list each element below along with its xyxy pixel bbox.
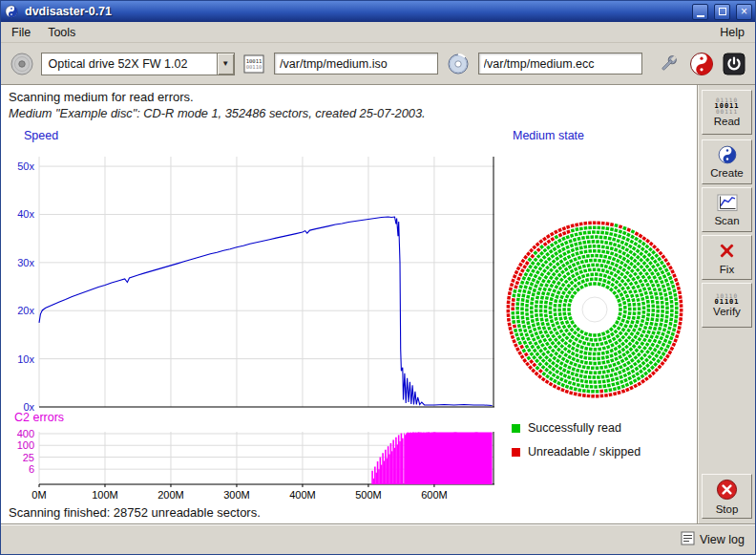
svg-text:10011: 10011: [246, 57, 262, 63]
scan-result-text: Scanning finished: 28752 unreadable sect…: [9, 505, 261, 520]
svg-text:40x: 40x: [17, 208, 34, 220]
svg-text:30x: 30x: [17, 257, 34, 268]
verify-button[interactable]: 10110 01101 Verify: [702, 283, 752, 328]
svg-text:600M: 600M: [421, 489, 448, 501]
binary-verify-icon: 10110 01101: [714, 293, 739, 305]
svg-text:20x: 20x: [17, 305, 34, 316]
quit-power-icon[interactable]: [722, 51, 747, 77]
dvdisaster-logo-icon[interactable]: [688, 51, 714, 77]
svg-text:400M: 400M: [289, 489, 316, 501]
fix-tools-icon: [717, 241, 737, 263]
view-log-button[interactable]: View log: [680, 530, 746, 549]
scan-label: Scan: [714, 215, 739, 226]
app-window: dvdisaster-0.71 × File Tools Help Optica…: [0, 0, 756, 555]
read-button[interactable]: 01110 10011 00111 Read: [702, 90, 752, 135]
menubar: File Tools Help: [1, 22, 755, 43]
stop-button[interactable]: Stop: [702, 474, 752, 519]
maximize-icon: [719, 8, 726, 15]
iso-path-input[interactable]: [274, 53, 438, 75]
menu-file[interactable]: File: [3, 24, 39, 41]
menu-help[interactable]: Help: [711, 24, 753, 41]
error-color-swatch: [512, 448, 520, 457]
yin-yang-icon: [718, 145, 737, 166]
ecc-file-icon: [445, 51, 471, 77]
drive-select[interactable]: Optical drive 52X FW 1.02 ▼: [41, 53, 234, 75]
fix-label: Fix: [720, 264, 734, 275]
svg-text:200M: 200M: [158, 489, 184, 501]
titlebar[interactable]: dvdisaster-0.71 ×: [1, 1, 755, 22]
svg-text:50x: 50x: [17, 160, 34, 172]
bottombar: View log: [1, 524, 755, 554]
svg-text:400: 400: [17, 428, 34, 439]
main-panel: Scanning medium for read errors. Medium …: [1, 85, 697, 524]
scan-button[interactable]: Scan: [702, 187, 752, 232]
chevron-down-icon[interactable]: ▼: [217, 53, 234, 75]
create-label: Create: [710, 167, 744, 179]
svg-text:10x: 10x: [17, 353, 34, 365]
read-color-swatch: [512, 424, 520, 433]
read-label: Read: [714, 116, 741, 127]
speed-chart-title: Speed: [24, 129, 58, 142]
minimize-button[interactable]: [692, 4, 708, 20]
maximize-button[interactable]: [714, 4, 730, 20]
scan-chart-icon: [717, 194, 738, 214]
legend-item-read: Successfully read: [512, 421, 621, 435]
verify-label: Verify: [713, 306, 741, 317]
medium-state-title: Medium state: [513, 129, 584, 142]
menu-tools[interactable]: Tools: [39, 24, 84, 41]
preferences-wrench-icon[interactable]: [656, 51, 682, 77]
svg-text:25: 25: [23, 452, 34, 463]
svg-text:100M: 100M: [92, 489, 118, 501]
svg-text:500M: 500M: [355, 489, 382, 501]
toolbar: Optical drive 52X FW 1.02 ▼ 1001100110: [1, 43, 755, 85]
binary-line: 01101: [714, 299, 739, 305]
app-logo-icon: [4, 4, 19, 19]
minimize-icon: [697, 15, 704, 17]
svg-text:300M: 300M: [223, 489, 250, 501]
legend-label-unreadable: Unreadable / skipped: [528, 445, 640, 459]
svg-text:100: 100: [17, 439, 34, 451]
legend-item-unreadable: Unreadable / skipped: [512, 445, 640, 459]
svg-text:00110: 00110: [246, 64, 262, 70]
legend-label-read: Successfully read: [528, 421, 621, 435]
log-list-icon: [681, 531, 695, 548]
fix-button[interactable]: Fix: [702, 235, 752, 280]
charts-canvas: 0M100M200M300M400M500M600M0x10x20x30x40x…: [1, 85, 697, 524]
window-title: dvdisaster-0.71: [23, 5, 686, 18]
svg-text:6: 6: [29, 463, 34, 475]
action-sidebar: 01110 10011 00111 Read Create Scan Fix: [697, 85, 755, 524]
iso-file-icon: 1001100110: [242, 51, 267, 77]
stop-icon: [716, 479, 738, 502]
c2-errors-title: C2 errors: [14, 411, 64, 424]
ecc-path-input[interactable]: [478, 53, 642, 75]
close-button[interactable]: ×: [736, 4, 752, 20]
create-button[interactable]: Create: [702, 139, 752, 184]
svg-text:0M: 0M: [32, 489, 46, 501]
binary-read-icon: 01110 10011 00111: [714, 97, 739, 115]
drive-select-value: Optical drive 52X FW 1.02: [42, 53, 216, 75]
view-log-label: View log: [700, 533, 745, 546]
binary-line: 00111: [716, 109, 738, 115]
stop-label: Stop: [716, 503, 739, 515]
drive-icon[interactable]: [9, 51, 34, 77]
